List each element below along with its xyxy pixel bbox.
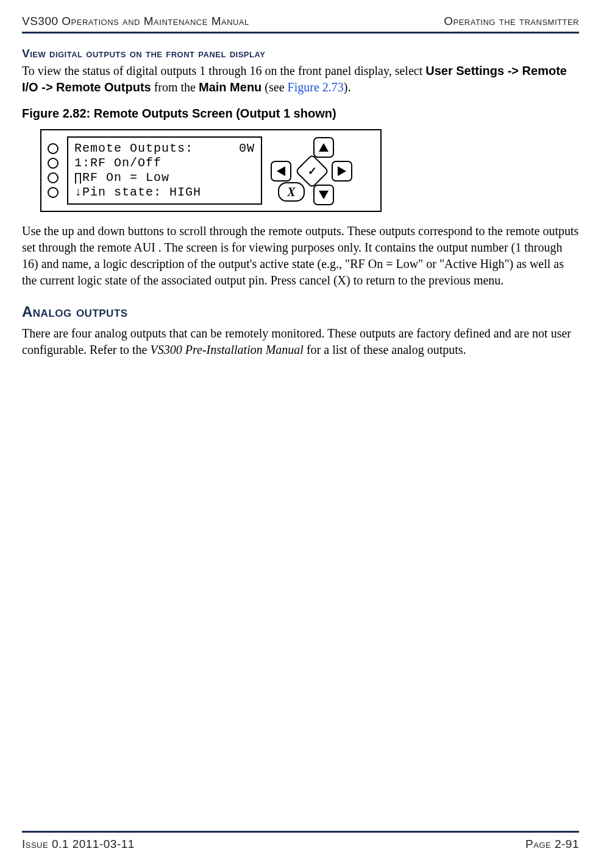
figure-link[interactable]: Figure 2.73 (288, 80, 344, 94)
lcd-line3: ∏RF On = Low (74, 171, 255, 185)
header-right: Operating the transmitter (444, 15, 579, 28)
left-button[interactable] (271, 161, 291, 182)
lcd-screen: Remote Outputs: 0W 1:RF On/Off ∏RF On = … (67, 136, 262, 205)
right-button[interactable] (332, 161, 352, 182)
footer-rule (22, 831, 579, 833)
figure-caption: Figure 2.82: Remote Outputs Screen (Outp… (22, 107, 579, 121)
left-arrow-icon (277, 166, 285, 176)
manual-reference: VS300 Pre-Installation Manual (150, 343, 303, 356)
down-button[interactable] (313, 185, 334, 205)
led-column (48, 143, 59, 198)
header-rule (22, 32, 579, 34)
page-footer: Issue 0.1 2011-03-11 Page 2-91 (22, 831, 579, 851)
front-panel-figure: Remote Outputs: 0W 1:RF On/Off ∏RF On = … (40, 129, 382, 212)
text: (see (261, 80, 287, 94)
section2-paragraph-1: There are four analog outputs that can b… (22, 325, 579, 358)
header-left: VS300 Operations and Maintenance Manual (22, 15, 249, 28)
led-indicator (48, 143, 59, 154)
lcd-line2: 1:RF On/Off (74, 156, 255, 171)
dpad: ✓ X (271, 137, 350, 204)
up-button[interactable] (313, 137, 334, 158)
led-indicator (48, 158, 59, 169)
main-menu-label: Main Menu (199, 80, 261, 94)
lcd-line1-left: Remote Outputs: (74, 141, 193, 156)
footer-page-number: Page 2-91 (525, 838, 579, 851)
led-indicator (48, 187, 59, 198)
text: To view the status of digital outputs 1 … (22, 64, 425, 77)
cancel-x-icon: X (287, 185, 295, 199)
lcd-line4: ↓Pin state: HIGH (74, 185, 255, 200)
text: for a list of these analog outputs. (304, 343, 466, 356)
section-analog-outputs-title: Analog outputs (22, 303, 579, 320)
footer-issue-date: Issue 0.1 2011-03-11 (22, 838, 135, 851)
led-indicator (48, 172, 59, 183)
section1-paragraph-1: To view the status of digital outputs 1 … (22, 63, 579, 96)
lcd-line1-right: 0W (239, 141, 255, 156)
up-arrow-icon (319, 143, 329, 152)
text: ). (344, 80, 351, 94)
right-arrow-icon (338, 166, 346, 176)
section-view-digital-outputs-title: View digital outputs on the front panel … (22, 47, 579, 60)
check-icon: ✓ (308, 164, 317, 178)
down-arrow-icon (319, 191, 329, 199)
text: from the (151, 80, 199, 94)
cancel-button[interactable]: X (278, 182, 305, 202)
section1-paragraph-2: Use the up and down buttons to scroll th… (22, 223, 579, 289)
